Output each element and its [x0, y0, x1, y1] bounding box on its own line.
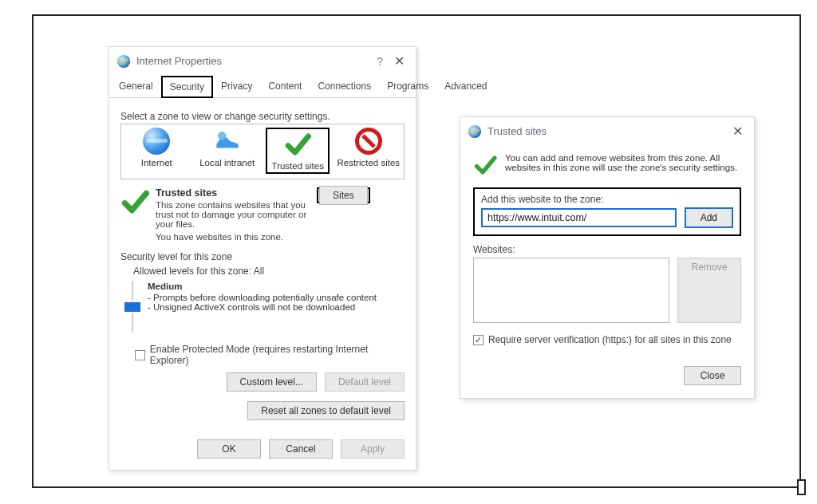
add-button[interactable]: Add [685, 207, 733, 228]
dialog-footer: OK Cancel Apply [109, 428, 416, 470]
zone-internet[interactable]: Internet [124, 128, 188, 174]
zone-info-header: Trusted sites [156, 187, 310, 199]
website-url-input[interactable] [481, 208, 677, 227]
zone-trusted-sites[interactable]: Trusted sites [266, 128, 330, 174]
svg-point-0 [218, 132, 226, 140]
tab-security[interactable]: Security [161, 76, 213, 98]
tab-privacy[interactable]: Privacy [213, 76, 260, 98]
security-level-bullet: - Prompts before downloading potentially… [148, 293, 377, 302]
custom-level-button[interactable]: Custom level... [227, 372, 317, 392]
zone-label: Internet [124, 158, 188, 167]
zone-label: Restricted sites [337, 158, 401, 167]
add-website-highlight: Add this website to the zone: Add [473, 187, 741, 236]
dialog-titlebar: Internet Properties ? ✕ [109, 47, 416, 73]
dialog-titlebar: Trusted sites ✕ [460, 117, 754, 144]
cancel-button[interactable]: Cancel [269, 439, 333, 459]
checkmark-icon [473, 153, 497, 179]
security-allowed-levels: Allowed levels for this zone: All [133, 266, 405, 277]
sites-button-highlight: Sites [317, 187, 370, 203]
dialog-title: Trusted sites [487, 125, 547, 137]
tab-programs[interactable]: Programs [379, 76, 436, 98]
zone-list: Internet Local intranet Trusted sites [120, 124, 405, 179]
require-https-label: Require server verification (https:) for… [488, 334, 732, 345]
protected-mode-label: Enable Protected Mode (requires restarti… [150, 344, 405, 366]
apply-button[interactable]: Apply [341, 439, 405, 459]
intranet-icon [214, 128, 241, 155]
zone-caption: Select a zone to view or change security… [120, 111, 405, 122]
sites-button[interactable]: Sites [319, 186, 368, 205]
default-level-button[interactable]: Default level [325, 372, 405, 392]
tab-advanced[interactable]: Advanced [436, 76, 495, 98]
websites-label: Websites: [473, 244, 741, 255]
security-level-slider[interactable] [127, 282, 138, 333]
tab-content[interactable]: Content [260, 76, 310, 98]
help-icon[interactable]: ? [369, 55, 391, 68]
close-icon[interactable]: ✕ [729, 124, 746, 139]
require-https-checkbox[interactable] [473, 335, 483, 345]
tab-general[interactable]: General [111, 76, 161, 98]
reset-zones-button[interactable]: Reset all zones to default level [247, 401, 405, 420]
tab-connections[interactable]: Connections [310, 76, 379, 98]
trusted-sites-info: You can add and remove websites from thi… [505, 153, 741, 172]
tab-strip: General Security Privacy Content Connect… [109, 75, 416, 98]
restricted-icon [355, 128, 382, 155]
websites-list[interactable] [473, 258, 669, 323]
checkmark-icon [120, 187, 149, 242]
zone-info-desc: This zone contains websites that you tru… [156, 200, 310, 229]
zone-label: Trusted sites [267, 161, 328, 171]
zone-restricted-sites[interactable]: Restricted sites [337, 128, 401, 174]
close-button[interactable]: Close [684, 366, 741, 385]
remove-button[interactable]: Remove [677, 258, 741, 323]
trusted-sites-dialog: Trusted sites ✕ You can add and remove w… [460, 116, 755, 399]
globe-icon [143, 128, 170, 155]
zone-local-intranet[interactable]: Local intranet [195, 128, 259, 174]
dialog-title: Internet Properties [136, 55, 222, 67]
page-frame-notch [797, 479, 806, 495]
checkmark-icon [284, 131, 311, 158]
zone-info-status: You have websites in this zone. [156, 232, 310, 242]
security-level-header: Security level for this zone [120, 251, 405, 262]
zone-label: Local intranet [195, 158, 259, 167]
internet-properties-dialog: Internet Properties ? ✕ General Security… [109, 46, 416, 471]
close-icon[interactable]: ✕ [391, 53, 408, 69]
ie-icon [117, 55, 130, 68]
security-level-name: Medium [148, 282, 377, 291]
add-website-label: Add this website to the zone: [481, 194, 733, 205]
ie-icon [468, 125, 481, 138]
slider-thumb[interactable] [124, 302, 140, 311]
ok-button[interactable]: OK [197, 439, 261, 459]
protected-mode-checkbox[interactable] [135, 350, 145, 360]
security-level-bullet: - Unsigned ActiveX controls will not be … [148, 302, 377, 312]
dialog-footer: Close [460, 355, 754, 398]
